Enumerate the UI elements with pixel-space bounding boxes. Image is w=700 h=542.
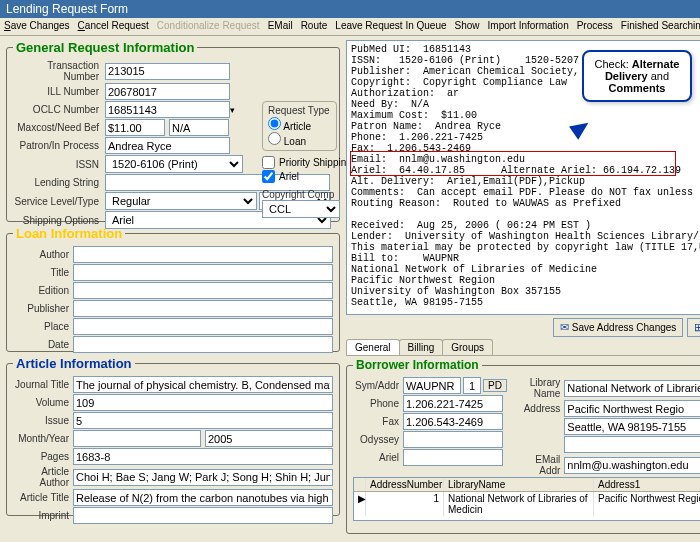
chk-ariel[interactable] (262, 170, 275, 183)
article-title-input[interactable] (73, 489, 333, 506)
col-libraryname[interactable]: LibraryName (444, 478, 594, 491)
menu-leave[interactable]: Leave Request In Queue (335, 20, 446, 33)
issn-select[interactable]: 1520-6106 (Print) (105, 155, 243, 173)
transaction-number-input[interactable] (105, 63, 230, 80)
shipping-checks: Priority Shipping Ariel Copyright Comp C… (262, 155, 352, 218)
oclc-dropdown-icon[interactable]: ▾ (230, 105, 235, 115)
table-row[interactable]: ▶ 1 National Network of Libraries of Med… (354, 492, 700, 516)
ill-number-input[interactable] (105, 83, 230, 100)
plus-icon (694, 321, 700, 334)
detail-tabs: General Billing Groups (346, 339, 700, 356)
journal-title-input[interactable] (73, 376, 333, 393)
annotation-callout: Check: Alternate Delivery and Comments (582, 50, 692, 102)
borrower-odyssey-input[interactable] (403, 431, 503, 448)
maxcost-input[interactable] (105, 119, 165, 136)
window-title: Lending Request Form (6, 2, 128, 16)
address1-input[interactable] (564, 400, 700, 417)
col-address1[interactable]: Address1 (594, 478, 700, 491)
menu-show[interactable]: Show (455, 20, 480, 33)
col-addressnumber[interactable]: AddressNumber (366, 478, 444, 491)
issue-input[interactable] (73, 412, 333, 429)
window-titlebar: Lending Request Form (0, 0, 700, 18)
radio-article[interactable]: Article (268, 121, 311, 132)
library-name-input[interactable] (564, 380, 700, 397)
radio-loan[interactable]: Loan (268, 136, 306, 147)
loan-publisher-input[interactable] (73, 300, 333, 317)
oclc-number-input[interactable] (105, 101, 230, 118)
request-type-group: Request Type Article Loan (262, 101, 337, 151)
chk-priority[interactable] (262, 156, 275, 169)
loan-place-input[interactable] (73, 318, 333, 335)
borrower-phone-input[interactable] (403, 395, 503, 412)
mail-icon (560, 321, 569, 334)
volume-input[interactable] (73, 394, 333, 411)
menu-email[interactable]: EMail (268, 20, 293, 33)
tab-billing[interactable]: Billing (399, 339, 444, 355)
borrower-fax-input[interactable] (403, 413, 503, 430)
imprint-input[interactable] (73, 507, 333, 524)
symaddr-input[interactable] (403, 377, 461, 394)
borrower-legend: Borrower Information (353, 358, 482, 372)
month-input[interactable] (73, 430, 201, 447)
loan-author-input[interactable] (73, 246, 333, 263)
patron-input[interactable] (105, 137, 230, 154)
save-address-button[interactable]: Save Address Changes (553, 318, 684, 337)
borrower-ariel-input[interactable] (403, 449, 503, 466)
tab-general[interactable]: General (346, 339, 400, 355)
menu-finished[interactable]: Finished Searching (621, 20, 700, 33)
copyright-comp-select[interactable]: CCL (262, 200, 340, 218)
pages-input[interactable] (73, 448, 333, 465)
needby-input[interactable] (169, 119, 229, 136)
loan-title-input[interactable] (73, 264, 333, 281)
addr-seq-input[interactable] (463, 377, 481, 394)
menubar: Save Changes Cancel Request Conditionali… (0, 18, 700, 36)
year-input[interactable] (205, 430, 333, 447)
add-address-button[interactable]: Add Address (687, 318, 700, 337)
general-legend: General Request Information (13, 40, 197, 55)
menu-conditionalize: Conditionalize Request (157, 20, 260, 33)
borrower-email-input[interactable] (564, 457, 700, 474)
menu-process[interactable]: Process (577, 20, 613, 33)
tab-groups[interactable]: Groups (442, 339, 493, 355)
menu-import[interactable]: Import Information (488, 20, 569, 33)
loan-date-input[interactable] (73, 336, 333, 353)
pd-button[interactable]: PD (483, 379, 507, 392)
loan-edition-input[interactable] (73, 282, 333, 299)
article-legend: Article Information (13, 356, 135, 371)
address-grid[interactable]: AddressNumber LibraryName Address1 ▶ 1 N… (353, 477, 700, 521)
menu-cancel[interactable]: Cancel Request (78, 20, 149, 33)
service-level-select[interactable]: Regular (105, 192, 257, 210)
article-author-input[interactable] (73, 469, 333, 486)
address3-input[interactable] (564, 436, 700, 453)
menu-save[interactable]: Save Changes (4, 20, 70, 33)
menu-route[interactable]: Route (301, 20, 328, 33)
address2-input[interactable] (564, 418, 700, 435)
